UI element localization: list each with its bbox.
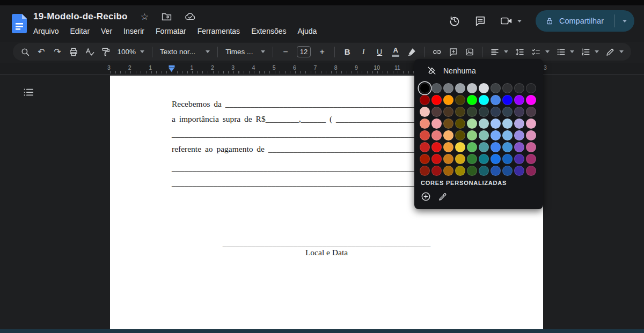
color-swatch[interactable] (514, 166, 524, 176)
color-swatch[interactable] (467, 119, 477, 129)
color-swatch[interactable] (514, 119, 524, 129)
color-swatch[interactable] (526, 142, 536, 152)
color-swatch[interactable] (467, 83, 477, 93)
color-swatch[interactable] (526, 166, 536, 176)
no-color-option[interactable]: Nenhuma (414, 59, 543, 76)
color-swatch[interactable] (431, 83, 442, 93)
color-swatch[interactable] (491, 119, 501, 129)
insert-image-icon[interactable] (465, 46, 474, 58)
move-folder-icon[interactable] (162, 12, 172, 21)
color-swatch[interactable] (491, 95, 501, 105)
color-swatch[interactable] (420, 142, 430, 152)
color-swatch[interactable] (502, 95, 513, 105)
redo-icon[interactable]: ↷ (53, 46, 62, 58)
color-swatch[interactable] (443, 95, 453, 105)
color-swatch[interactable] (526, 130, 536, 140)
color-swatch[interactable] (443, 154, 453, 164)
color-swatch[interactable] (526, 83, 536, 93)
color-swatch[interactable] (431, 107, 442, 117)
color-swatch[interactable] (420, 83, 430, 93)
menu-ver[interactable]: Ver (101, 27, 112, 35)
color-swatch[interactable] (443, 130, 453, 140)
color-swatch[interactable] (514, 95, 524, 105)
highlight-color-button[interactable] (407, 46, 416, 58)
color-swatch[interactable] (479, 119, 489, 129)
paragraph-style-select[interactable]: Texto nor... (160, 48, 210, 56)
document-title[interactable]: 19-Modelo-de-Recibo (33, 11, 128, 22)
color-swatch[interactable] (514, 83, 524, 93)
color-swatch[interactable] (526, 107, 536, 117)
increase-font-size-button[interactable]: + (317, 46, 327, 58)
color-swatch[interactable] (502, 107, 513, 117)
color-swatch[interactable] (431, 154, 442, 164)
color-swatch[interactable] (467, 130, 477, 140)
color-swatch[interactable] (479, 83, 489, 93)
color-swatch[interactable] (491, 107, 501, 117)
color-swatch[interactable] (479, 130, 489, 140)
color-swatch[interactable] (502, 83, 513, 93)
meet-dropdown-chevron-icon[interactable] (517, 20, 522, 23)
color-swatch[interactable] (502, 130, 513, 140)
color-swatch[interactable] (420, 154, 430, 164)
color-swatch[interactable] (420, 95, 430, 105)
menu-editar[interactable]: Editar (70, 27, 90, 35)
signature-line[interactable]: ________________________________________… (110, 239, 543, 248)
color-swatch[interactable] (514, 107, 524, 117)
color-swatch[interactable] (420, 107, 430, 117)
spellcheck-icon[interactable] (85, 46, 94, 58)
zoom-select[interactable]: 100% (117, 48, 144, 56)
color-swatch[interactable] (479, 166, 489, 176)
color-swatch[interactable] (431, 166, 442, 176)
color-swatch[interactable] (455, 83, 465, 93)
line-spacing-icon[interactable] (515, 46, 524, 58)
checklist-control[interactable] (531, 47, 550, 57)
document-outline-icon[interactable] (23, 87, 34, 98)
color-swatch[interactable] (455, 166, 465, 176)
star-icon[interactable]: ☆ (141, 12, 149, 21)
add-comment-icon[interactable] (449, 46, 458, 58)
text-color-button[interactable]: A (391, 46, 400, 58)
color-swatch[interactable] (431, 130, 442, 140)
color-swatch[interactable] (467, 166, 477, 176)
color-swatch[interactable] (491, 83, 501, 93)
color-swatch[interactable] (479, 154, 489, 164)
meet-call-control[interactable] (500, 16, 522, 26)
bold-button[interactable]: B (342, 46, 352, 58)
color-swatch[interactable] (431, 95, 442, 105)
color-swatch[interactable] (514, 142, 524, 152)
left-indent-handle[interactable] (169, 68, 174, 72)
numbered-list-control[interactable] (581, 47, 599, 57)
color-swatch[interactable] (467, 142, 477, 152)
bulleted-list-control[interactable] (556, 47, 574, 57)
color-swatch[interactable] (502, 154, 513, 164)
share-button[interactable]: Compartilhar (536, 10, 634, 32)
menu-ferramentas[interactable]: Ferramentas (197, 27, 240, 35)
color-swatch[interactable] (491, 130, 501, 140)
decrease-font-size-button[interactable]: − (281, 46, 290, 58)
color-swatch[interactable] (443, 119, 453, 129)
editing-mode-control[interactable] (605, 47, 624, 57)
italic-button[interactable]: I (358, 46, 368, 58)
insert-link-icon[interactable] (432, 46, 442, 58)
eyedropper-icon[interactable] (438, 192, 448, 202)
color-swatch[interactable] (420, 130, 430, 140)
version-history-icon[interactable] (449, 15, 460, 27)
color-swatch[interactable] (467, 154, 477, 164)
print-icon[interactable] (69, 46, 78, 58)
color-swatch[interactable] (420, 166, 430, 176)
color-swatch[interactable] (455, 142, 465, 152)
color-swatch[interactable] (526, 119, 536, 129)
color-swatch[interactable] (431, 142, 442, 152)
menu-formatar[interactable]: Formatar (156, 27, 186, 35)
comments-icon[interactable] (474, 15, 486, 27)
color-swatch[interactable] (467, 107, 477, 117)
color-swatch[interactable] (514, 130, 524, 140)
color-swatch[interactable] (455, 130, 465, 140)
color-swatch[interactable] (431, 119, 442, 129)
paint-format-icon[interactable] (101, 46, 111, 58)
menu-inserir[interactable]: Inserir (123, 27, 144, 35)
menu-ajuda[interactable]: Ajuda (298, 27, 317, 35)
align-control[interactable] (490, 47, 508, 57)
color-swatch[interactable] (455, 95, 465, 105)
color-swatch[interactable] (491, 166, 501, 176)
